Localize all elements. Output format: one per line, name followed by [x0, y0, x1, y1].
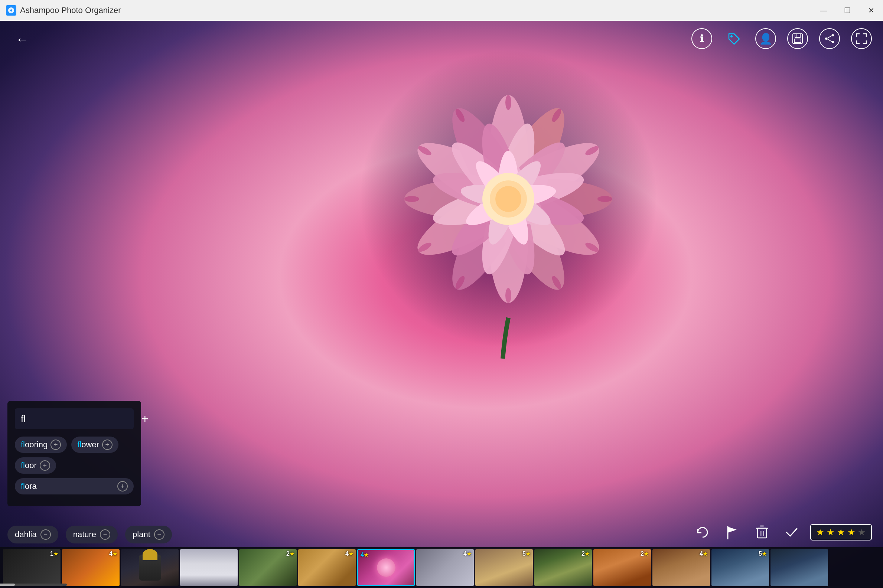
flower-image	[341, 39, 676, 374]
nature-remove-icon: −	[100, 530, 110, 540]
flag-icon	[725, 525, 739, 540]
film-item-1[interactable]: 1★	[3, 549, 60, 586]
info-icon: ℹ	[700, 33, 704, 45]
tag-add-button[interactable]: +	[141, 411, 149, 426]
app-title: Ashampoo Photo Organizer	[20, 6, 121, 15]
confirm-icon	[785, 526, 798, 539]
close-button[interactable]: ✕	[859, 0, 883, 21]
suggestion-flora[interactable]: flora +	[15, 478, 134, 495]
save-icon	[791, 32, 804, 45]
flora-add-icon: +	[117, 481, 128, 492]
star-4: ★	[847, 527, 856, 537]
filmstrip-scrollbar-thumb	[0, 584, 15, 586]
fullscreen-button[interactable]	[851, 28, 872, 49]
svg-point-38	[505, 95, 511, 110]
suggestions-row-2: flora +	[15, 478, 134, 495]
svg-line-58	[827, 36, 832, 38]
plant-remove-icon: −	[154, 530, 165, 540]
film-item-10[interactable]: 2★	[534, 549, 592, 586]
tag-panel: + flooring + flower + floor + flora +	[8, 401, 141, 506]
delete-button[interactable]	[751, 521, 773, 543]
film-item-6[interactable]: 4★	[298, 549, 356, 586]
flooring-add-icon: +	[51, 440, 61, 450]
svg-point-55	[825, 38, 827, 40]
film-item-13[interactable]: 5★	[712, 549, 769, 586]
svg-line-59	[827, 39, 832, 42]
suggestion-flooring[interactable]: flooring +	[15, 436, 67, 453]
film-item-9[interactable]: 5★	[475, 549, 533, 586]
tag-nature[interactable]: nature −	[66, 526, 118, 543]
undo-icon	[695, 525, 710, 540]
bottom-actions: ★ ★ ★ ★ ★	[691, 521, 872, 543]
tag-input-row: +	[15, 408, 134, 429]
filmstrip-scrollbar[interactable]	[0, 584, 67, 586]
svg-point-50	[730, 35, 733, 38]
svg-marker-61	[728, 527, 737, 533]
star-1: ★	[816, 527, 824, 537]
save-button[interactable]	[787, 28, 808, 49]
star-rating[interactable]: ★ ★ ★ ★ ★	[810, 524, 872, 540]
share-icon	[823, 32, 836, 45]
tag-button[interactable]	[723, 28, 744, 49]
account-icon: 👤	[759, 33, 772, 45]
film-item-3[interactable]	[121, 549, 179, 586]
account-button[interactable]: 👤	[755, 28, 776, 49]
svg-point-44	[505, 288, 511, 303]
back-button[interactable]: ←	[11, 28, 33, 51]
star-3: ★	[837, 527, 845, 537]
share-button[interactable]	[819, 28, 840, 49]
titlebar: Ashampoo Photo Organizer — ☐ ✕	[0, 0, 883, 21]
fullscreen-icon	[855, 32, 868, 45]
main-content: ← ℹ 👤	[0, 21, 883, 588]
toolbar-right: ℹ 👤	[691, 28, 872, 49]
maximize-button[interactable]: ☐	[835, 0, 859, 21]
tag-plant[interactable]: plant −	[125, 526, 172, 543]
delete-icon	[755, 525, 769, 540]
film-item-8[interactable]: 4★	[416, 549, 474, 586]
svg-point-41	[598, 196, 612, 202]
suggestion-flower[interactable]: flower +	[71, 436, 119, 453]
flag-button[interactable]	[721, 521, 743, 543]
suggestion-floor[interactable]: floor +	[15, 458, 56, 474]
svg-point-56	[832, 34, 834, 36]
floor-add-icon: +	[40, 460, 50, 471]
flower-add-icon: +	[102, 440, 113, 450]
dahlia-remove-icon: −	[41, 530, 51, 540]
undo-button[interactable]	[691, 521, 714, 543]
info-button[interactable]: ℹ	[691, 28, 712, 49]
svg-point-37	[496, 186, 521, 212]
suggestions-row: flooring + flower + floor +	[15, 436, 134, 474]
app-icon	[6, 5, 17, 16]
film-item-14[interactable]	[770, 549, 828, 586]
tag-input[interactable]	[21, 413, 141, 424]
star-2: ★	[827, 527, 835, 537]
film-item-11[interactable]: 2★	[593, 549, 651, 586]
film-item-4[interactable]	[180, 549, 238, 586]
top-toolbar: ← ℹ 👤	[0, 21, 883, 58]
minimize-button[interactable]: —	[812, 0, 835, 21]
tag-dahlia[interactable]: dahlia −	[8, 526, 58, 543]
film-item-5[interactable]: 2★	[239, 549, 297, 586]
film-item-2[interactable]: 4★	[62, 549, 120, 586]
confirm-button[interactable]	[781, 521, 803, 543]
tag-icon	[727, 32, 741, 46]
filmstrip: 1★ 4★ 2★ 4★ 4★ 4★	[0, 547, 883, 588]
svg-point-57	[832, 41, 834, 43]
svg-rect-53	[794, 39, 801, 43]
window-controls: — ☐ ✕	[812, 0, 883, 21]
film-item-7[interactable]: 4★	[357, 549, 415, 586]
star-5: ★	[858, 527, 866, 537]
existing-tags: dahlia − nature − plant −	[8, 526, 172, 543]
svg-point-47	[404, 196, 419, 202]
back-icon: ←	[16, 32, 29, 47]
film-item-12[interactable]: 4★	[652, 549, 710, 586]
